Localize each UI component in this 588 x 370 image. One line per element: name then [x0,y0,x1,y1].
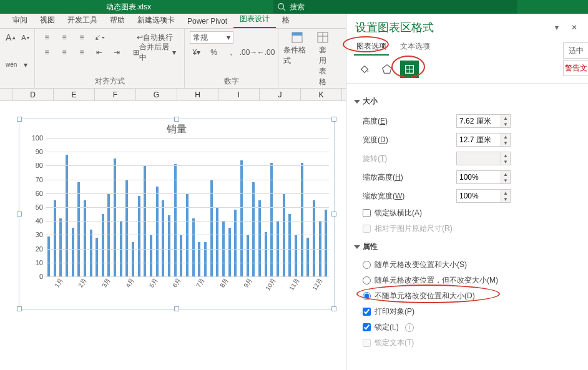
info-icon[interactable]: i [405,323,414,332]
align-middle-button[interactable]: ≡ [57,31,71,44]
orientation-button[interactable]: ⭹▾ [92,31,106,44]
resize-handle[interactable] [331,212,336,217]
text-options-tab[interactable]: 文本选项 [399,39,431,54]
scale-height-spinner[interactable]: ▲▼ [456,170,511,184]
spin-up[interactable]: ▲ [501,134,510,140]
col-hdr[interactable]: K [301,89,342,101]
format-as-table-button[interactable]: 套用 表格 [316,31,330,87]
col-hdr[interactable]: G [136,89,177,101]
search-box[interactable]: 搜索 [273,0,517,14]
spin-down[interactable]: ▼ [501,121,510,127]
paint-bucket-icon [359,64,370,75]
pane-title: 设置图表区格式 [355,20,434,35]
chart-plot-area[interactable]: 01020304050607080901001月2月3月4月5月6月7月8月9月… [46,138,329,276]
tab-dev[interactable]: 开发工具 [61,12,104,28]
height-input[interactable] [457,115,501,127]
spin-down[interactable]: ▼ [501,196,510,202]
resize-handle[interactable] [17,117,22,122]
chevron-down-icon [354,245,360,249]
cell-style-warning[interactable]: 警告文 [563,60,588,76]
comma-button[interactable]: , [224,46,238,59]
font-dropdown-icon[interactable]: ▾ [21,59,29,71]
print-object-checkbox[interactable]: 打印对象(P) [355,304,579,319]
scale-width-label: 缩放宽度(W) [363,191,456,202]
indent-inc-button[interactable]: ⇥ [110,46,124,59]
scale-height-label: 缩放高度(H) [363,172,456,183]
dec-decimal-button[interactable]: ←.00 [259,46,273,59]
group-label-number: 数字 [190,75,273,87]
resize-handle[interactable] [331,117,336,122]
spin-up[interactable]: ▲ [501,171,510,177]
decrease-font-button[interactable]: A▼ [21,31,31,44]
section-properties-header[interactable]: 属性 [355,241,579,252]
lock-aspect-checkbox[interactable]: 锁定纵横比(A) [355,205,579,221]
annotation-ellipse [356,285,500,303]
align-top-button[interactable]: ≡ [40,31,54,44]
spin-up[interactable]: ▲ [501,190,510,196]
align-bottom-button[interactable]: ≡ [75,31,89,44]
accounting-button[interactable]: ¥▾ [190,46,203,59]
spin-up[interactable]: ▲ [501,115,510,121]
resize-handle[interactable] [17,306,22,311]
pane-close-button[interactable]: ✕ [568,21,581,34]
increase-font-button[interactable]: A▲ [5,31,17,44]
align-right-button[interactable]: ≡ [75,46,89,59]
phonetic-button[interactable]: wén [5,59,17,71]
tab-format[interactable]: 格 [276,12,296,28]
pane-options-dropdown[interactable]: ▾ [551,21,563,34]
chart-title[interactable]: 销量 [19,119,334,136]
embedded-chart[interactable]: 销量 01020304050607080901001月2月3月4月5月6月7月8… [19,119,335,309]
resize-handle[interactable] [174,306,179,311]
spin-down[interactable]: ▼ [501,177,510,183]
section-size-header[interactable]: 大小 [355,96,579,107]
tab-view[interactable]: 视图 [34,12,61,28]
format-chart-area-pane: 设置图表区格式 ▾ ✕ 图表选项 文本选项 大小 高度(E) ▲▼ 宽度(D) … [346,14,588,370]
move-size-radio[interactable]: 随单元格改变位置和大小(S) [355,257,579,273]
align-center-button[interactable]: ≡ [57,46,71,59]
tab-review[interactable]: 审阅 [6,12,34,28]
search-icon [277,2,286,11]
number-format-dropdown[interactable]: 常规▾ [190,31,233,44]
align-left-button[interactable]: ≡ [40,46,54,59]
fill-line-category-button[interactable] [355,61,374,78]
tab-powerpivot[interactable]: Power Pivot [181,14,233,28]
lock-text-checkbox: 锁定文本(T) [355,335,579,351]
svg-rect-3 [292,32,302,36]
scale-height-input[interactable] [457,171,501,183]
search-placeholder: 搜索 [290,2,305,12]
scale-width-input[interactable] [457,190,501,202]
table-icon [316,31,329,44]
resize-handle[interactable] [17,212,22,217]
width-input[interactable] [457,134,501,146]
merge-center-button[interactable]: ⊞ 合并后居中 ▾ [130,46,179,59]
annotation-ellipse [343,36,389,52]
group-label-align: 对齐方式 [40,75,179,87]
height-spinner[interactable]: ▲▼ [456,114,511,128]
percent-button[interactable]: % [207,46,221,59]
group-label-font [5,85,29,87]
col-hdr[interactable]: D [12,89,54,101]
width-spinner[interactable]: ▲▼ [456,133,511,147]
height-label: 高度(E) [363,116,456,127]
rotate-spinner: ▲▼ [456,152,511,165]
col-hdr[interactable]: I [218,89,260,101]
resize-handle[interactable] [174,117,179,122]
resize-handle[interactable] [331,306,336,311]
svg-point-0 [278,4,284,9]
tab-custom[interactable]: 新建选项卡 [131,12,181,28]
tab-chart-design[interactable]: 图表设计 [233,11,276,28]
conditional-format-button[interactable]: 条件格式 [283,31,311,87]
col-hdr[interactable]: F [95,89,136,101]
locked-checkbox[interactable]: 锁定(L)i [355,319,579,335]
col-hdr[interactable]: H [177,89,218,101]
col-hdr[interactable]: E [54,89,95,101]
tab-help[interactable]: 帮助 [104,12,131,28]
indent-dec-button[interactable]: ⇤ [92,46,106,59]
spin-down[interactable]: ▼ [501,140,510,146]
col-hdr[interactable]: J [260,89,301,101]
cell-styles-gallery[interactable]: 适中 警告文 [563,42,588,77]
cell-style-neutral[interactable]: 适中 [563,42,588,59]
inc-decimal-button[interactable]: .00→ [242,46,255,59]
select-all-corner[interactable] [0,89,12,101]
scale-width-spinner[interactable]: ▲▼ [456,189,511,203]
